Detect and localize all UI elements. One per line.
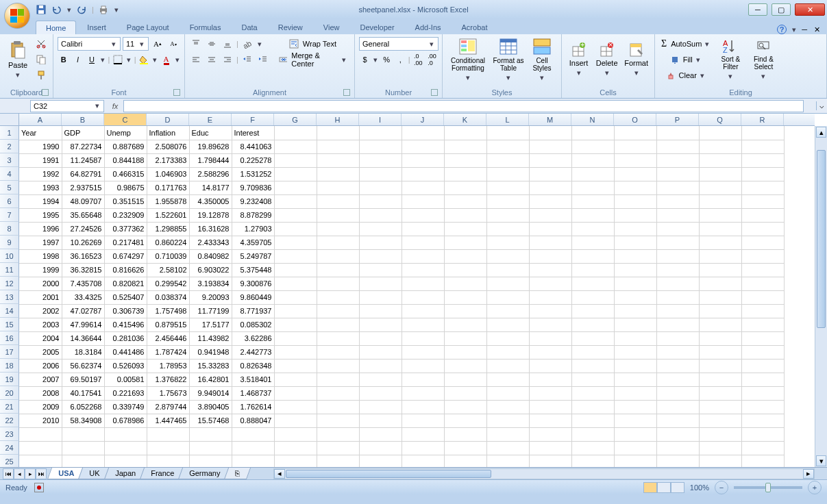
cell[interactable] [444,277,486,290]
italic-icon[interactable]: I [72,53,84,66]
row-headers[interactable]: 1234567891011121314151617181920212223242… [0,126,19,467]
cell[interactable] [274,126,317,140]
cell[interactable] [444,263,486,277]
number-dialog-launcher[interactable] [431,89,438,96]
cell[interactable]: 1.046903 [147,167,189,181]
cell[interactable] [529,304,571,318]
cell[interactable] [402,181,444,194]
cell[interactable] [317,345,359,359]
cell[interactable] [359,386,402,400]
cell[interactable] [656,400,699,414]
cell[interactable]: 5.249787 [232,249,274,263]
cell[interactable] [444,400,486,414]
cell[interactable] [274,236,317,249]
cell[interactable]: 0.232909 [104,208,147,222]
cell[interactable] [402,373,444,386]
cell[interactable]: 9.300876 [232,277,274,290]
cell[interactable]: 3.518401 [232,373,274,386]
cell[interactable]: 35.65648 [62,208,104,222]
cell[interactable] [571,126,614,140]
cell[interactable] [741,427,784,441]
cell[interactable] [741,194,784,208]
cell[interactable]: 1.298855 [147,222,189,236]
cell[interactable] [486,400,529,414]
cell[interactable] [614,400,656,414]
cell[interactable] [614,290,656,304]
cell[interactable]: 4.359705 [232,236,274,249]
cell[interactable]: 40.17541 [62,386,104,400]
undo-dropdown[interactable]: ▾ [66,5,73,14]
cell[interactable] [529,222,571,236]
cell[interactable]: 2010 [19,414,62,427]
cell[interactable]: 2.879744 [147,400,189,414]
cell[interactable] [571,181,614,194]
column-header-K[interactable]: K [444,114,486,125]
cell[interactable] [402,167,444,181]
cell[interactable] [402,208,444,222]
cell[interactable] [614,277,656,290]
font-color-icon[interactable]: A [160,53,173,66]
align-left-icon[interactable] [189,53,203,66]
cell[interactable] [402,290,444,304]
cell[interactable]: 64.82791 [62,167,104,181]
cell[interactable] [741,181,784,194]
cell[interactable] [274,400,317,414]
zoom-out-button[interactable]: − [715,481,728,494]
cell[interactable] [699,167,741,181]
qat-customize[interactable]: ▾ [113,5,120,14]
row-header-12[interactable]: 12 [0,277,19,290]
tab-formulas[interactable]: Formulas [180,21,231,34]
cell[interactable] [656,181,699,194]
cell[interactable] [656,263,699,277]
cell[interactable]: Year [19,126,62,140]
cell[interactable] [699,290,741,304]
cell[interactable]: 48.09707 [62,194,104,208]
cell[interactable] [359,290,402,304]
cell[interactable] [317,153,359,167]
format-painter-icon[interactable] [34,68,48,82]
cell[interactable] [656,359,699,373]
cell[interactable] [571,331,614,345]
tab-insert[interactable]: Insert [77,21,116,34]
cell[interactable]: 0.826348 [232,359,274,373]
cell[interactable] [656,455,699,467]
cell[interactable] [741,400,784,414]
column-header-Q[interactable]: Q [699,114,741,125]
cell[interactable]: 0.306739 [104,304,147,318]
cell[interactable]: 58.34908 [62,414,104,427]
cell[interactable] [274,386,317,400]
cell[interactable] [656,208,699,222]
cell[interactable]: 1998 [19,249,62,263]
cell[interactable] [486,455,529,467]
cell[interactable] [317,359,359,373]
cell[interactable] [317,277,359,290]
comma-icon[interactable]: , [395,53,406,66]
cell[interactable] [571,400,614,414]
increase-indent-icon[interactable] [256,53,270,66]
cell[interactable] [317,318,359,331]
cell[interactable]: 11.24587 [62,153,104,167]
cell[interactable]: 0.860224 [147,236,189,249]
row-header-17[interactable]: 17 [0,345,19,359]
cell[interactable] [486,181,529,194]
cell[interactable]: 19.12878 [189,208,232,222]
cell[interactable]: 4.350005 [189,194,232,208]
cell[interactable]: 1.955878 [147,194,189,208]
cell[interactable] [274,455,317,467]
sort-filter-button[interactable]: AZSort & Filter▾ [715,36,745,84]
cell[interactable]: 6.052268 [62,400,104,414]
column-header-O[interactable]: O [614,114,656,125]
cell[interactable] [104,455,147,467]
cell[interactable]: 1990 [19,140,62,153]
tab-review[interactable]: Review [269,21,312,34]
cell[interactable] [486,290,529,304]
cell[interactable]: 0.820821 [104,277,147,290]
cell[interactable] [274,414,317,427]
cell[interactable] [317,455,359,467]
autosum-button[interactable]: ΣAutoSum▾ [659,37,713,51]
cell[interactable] [571,304,614,318]
column-header-M[interactable]: M [529,114,571,125]
row-header-3[interactable]: 3 [0,153,19,167]
cell[interactable] [656,194,699,208]
cell[interactable] [571,236,614,249]
